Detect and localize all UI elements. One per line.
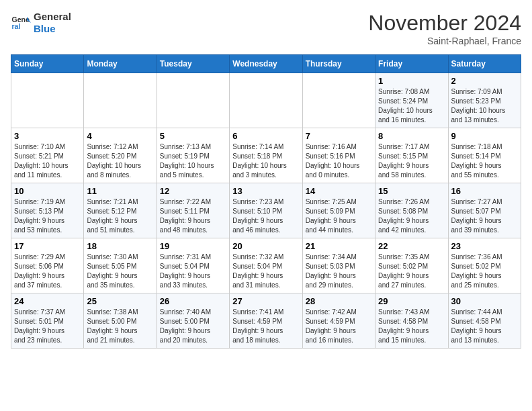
day-cell: 22Sunrise: 7:35 AM Sunset: 5:02 PM Dayli… xyxy=(375,238,448,293)
week-row-4: 17Sunrise: 7:29 AM Sunset: 5:06 PM Dayli… xyxy=(11,238,521,293)
day-cell xyxy=(84,73,157,128)
day-cell: 18Sunrise: 7:30 AM Sunset: 5:05 PM Dayli… xyxy=(84,238,157,293)
day-number: 26 xyxy=(160,296,226,306)
day-cell: 29Sunrise: 7:43 AM Sunset: 4:58 PM Dayli… xyxy=(375,293,448,349)
day-info: Sunrise: 7:29 AM Sunset: 5:06 PM Dayligh… xyxy=(14,253,81,290)
day-info: Sunrise: 7:40 AM Sunset: 5:00 PM Dayligh… xyxy=(160,308,226,345)
day-number: 23 xyxy=(451,241,518,251)
day-number: 24 xyxy=(14,296,81,306)
day-info: Sunrise: 7:32 AM Sunset: 5:04 PM Dayligh… xyxy=(232,253,299,290)
day-number: 20 xyxy=(232,241,299,251)
day-cell: 3Sunrise: 7:10 AM Sunset: 5:21 PM Daylig… xyxy=(11,128,84,183)
location-subtitle: Saint-Raphael, France xyxy=(368,36,521,46)
day-info: Sunrise: 7:38 AM Sunset: 5:00 PM Dayligh… xyxy=(87,308,153,345)
day-number: 7 xyxy=(306,131,372,141)
day-number: 19 xyxy=(160,241,226,251)
day-info: Sunrise: 7:26 AM Sunset: 5:08 PM Dayligh… xyxy=(378,197,445,235)
day-info: Sunrise: 7:44 AM Sunset: 4:58 PM Dayligh… xyxy=(451,308,518,345)
header-cell-wednesday: Wednesday xyxy=(230,55,302,73)
day-info: Sunrise: 7:36 AM Sunset: 5:02 PM Dayligh… xyxy=(451,253,518,290)
svg-text:ral: ral xyxy=(12,22,21,30)
day-info: Sunrise: 7:25 AM Sunset: 5:09 PM Dayligh… xyxy=(306,197,372,235)
day-number: 29 xyxy=(378,296,445,306)
day-number: 21 xyxy=(306,241,372,251)
day-cell: 1Sunrise: 7:08 AM Sunset: 5:24 PM Daylig… xyxy=(375,73,448,128)
header-cell-thursday: Thursday xyxy=(302,55,375,73)
day-number: 4 xyxy=(87,131,153,141)
day-cell: 5Sunrise: 7:13 AM Sunset: 5:19 PM Daylig… xyxy=(157,128,229,183)
day-cell: 27Sunrise: 7:41 AM Sunset: 4:59 PM Dayli… xyxy=(230,293,302,349)
day-number: 25 xyxy=(87,296,153,306)
day-number: 10 xyxy=(14,186,81,196)
header-cell-sunday: Sunday xyxy=(11,55,84,73)
day-cell: 25Sunrise: 7:38 AM Sunset: 5:00 PM Dayli… xyxy=(84,293,157,349)
day-cell: 10Sunrise: 7:19 AM Sunset: 5:13 PM Dayli… xyxy=(11,183,84,238)
logo-text-blue: Blue xyxy=(34,23,71,35)
day-info: Sunrise: 7:12 AM Sunset: 5:20 PM Dayligh… xyxy=(87,142,153,180)
month-title: November 2024 xyxy=(368,11,521,36)
day-cell: 12Sunrise: 7:22 AM Sunset: 5:11 PM Dayli… xyxy=(157,183,229,238)
day-cell: 8Sunrise: 7:17 AM Sunset: 5:15 PM Daylig… xyxy=(375,128,448,183)
header-cell-saturday: Saturday xyxy=(448,55,521,73)
day-number: 1 xyxy=(378,76,445,86)
day-info: Sunrise: 7:10 AM Sunset: 5:21 PM Dayligh… xyxy=(14,142,81,180)
day-number: 6 xyxy=(232,131,299,141)
day-cell xyxy=(230,73,302,128)
title-area: November 2024 Saint-Raphael, France xyxy=(368,11,521,46)
day-cell: 17Sunrise: 7:29 AM Sunset: 5:06 PM Dayli… xyxy=(11,238,84,293)
week-row-3: 10Sunrise: 7:19 AM Sunset: 5:13 PM Dayli… xyxy=(11,183,521,238)
day-number: 30 xyxy=(451,296,518,306)
day-number: 16 xyxy=(451,186,518,196)
day-cell: 24Sunrise: 7:37 AM Sunset: 5:01 PM Dayli… xyxy=(11,293,84,349)
day-number: 5 xyxy=(160,131,226,141)
day-info: Sunrise: 7:34 AM Sunset: 5:03 PM Dayligh… xyxy=(306,253,372,290)
day-info: Sunrise: 7:22 AM Sunset: 5:11 PM Dayligh… xyxy=(160,197,226,235)
day-cell: 9Sunrise: 7:18 AM Sunset: 5:14 PM Daylig… xyxy=(448,128,521,183)
day-info: Sunrise: 7:19 AM Sunset: 5:13 PM Dayligh… xyxy=(14,197,81,235)
header-cell-monday: Monday xyxy=(84,55,157,73)
day-info: Sunrise: 7:09 AM Sunset: 5:23 PM Dayligh… xyxy=(451,87,518,125)
logo: Gene ral General Blue xyxy=(11,11,71,35)
day-info: Sunrise: 7:37 AM Sunset: 5:01 PM Dayligh… xyxy=(14,308,81,345)
day-number: 14 xyxy=(306,186,372,196)
day-number: 12 xyxy=(160,186,226,196)
day-cell: 16Sunrise: 7:27 AM Sunset: 5:07 PM Dayli… xyxy=(448,183,521,238)
day-info: Sunrise: 7:16 AM Sunset: 5:16 PM Dayligh… xyxy=(306,142,372,180)
header-cell-tuesday: Tuesday xyxy=(157,55,229,73)
day-info: Sunrise: 7:43 AM Sunset: 4:58 PM Dayligh… xyxy=(378,308,445,345)
calendar-header: SundayMondayTuesdayWednesdayThursdayFrid… xyxy=(11,55,521,73)
day-cell: 14Sunrise: 7:25 AM Sunset: 5:09 PM Dayli… xyxy=(302,183,375,238)
day-cell: 30Sunrise: 7:44 AM Sunset: 4:58 PM Dayli… xyxy=(448,293,521,349)
day-info: Sunrise: 7:23 AM Sunset: 5:10 PM Dayligh… xyxy=(232,197,299,235)
page-header: Gene ral General Blue November 2024 Sain… xyxy=(11,11,521,46)
day-cell: 13Sunrise: 7:23 AM Sunset: 5:10 PM Dayli… xyxy=(230,183,302,238)
week-row-2: 3Sunrise: 7:10 AM Sunset: 5:21 PM Daylig… xyxy=(11,128,521,183)
day-number: 2 xyxy=(451,76,518,86)
day-info: Sunrise: 7:35 AM Sunset: 5:02 PM Dayligh… xyxy=(378,253,445,290)
day-info: Sunrise: 7:27 AM Sunset: 5:07 PM Dayligh… xyxy=(451,197,518,235)
logo-text-general: General xyxy=(34,11,71,23)
logo-icon: Gene ral xyxy=(11,13,31,33)
day-info: Sunrise: 7:17 AM Sunset: 5:15 PM Dayligh… xyxy=(378,142,445,180)
week-row-1: 1Sunrise: 7:08 AM Sunset: 5:24 PM Daylig… xyxy=(11,73,521,128)
day-cell: 4Sunrise: 7:12 AM Sunset: 5:20 PM Daylig… xyxy=(84,128,157,183)
day-number: 17 xyxy=(14,241,81,251)
day-info: Sunrise: 7:41 AM Sunset: 4:59 PM Dayligh… xyxy=(232,308,299,345)
day-number: 3 xyxy=(14,131,81,141)
day-number: 28 xyxy=(306,296,372,306)
day-cell xyxy=(157,73,229,128)
day-info: Sunrise: 7:13 AM Sunset: 5:19 PM Dayligh… xyxy=(160,142,226,180)
day-number: 22 xyxy=(378,241,445,251)
day-number: 15 xyxy=(378,186,445,196)
day-info: Sunrise: 7:30 AM Sunset: 5:05 PM Dayligh… xyxy=(87,253,153,290)
day-cell xyxy=(11,73,84,128)
header-cell-friday: Friday xyxy=(375,55,448,73)
day-cell: 7Sunrise: 7:16 AM Sunset: 5:16 PM Daylig… xyxy=(302,128,375,183)
day-number: 27 xyxy=(232,296,299,306)
day-cell: 23Sunrise: 7:36 AM Sunset: 5:02 PM Dayli… xyxy=(448,238,521,293)
day-number: 18 xyxy=(87,241,153,251)
day-info: Sunrise: 7:31 AM Sunset: 5:04 PM Dayligh… xyxy=(160,253,226,290)
day-info: Sunrise: 7:14 AM Sunset: 5:18 PM Dayligh… xyxy=(232,142,299,180)
day-cell: 21Sunrise: 7:34 AM Sunset: 5:03 PM Dayli… xyxy=(302,238,375,293)
day-info: Sunrise: 7:08 AM Sunset: 5:24 PM Dayligh… xyxy=(378,87,445,125)
